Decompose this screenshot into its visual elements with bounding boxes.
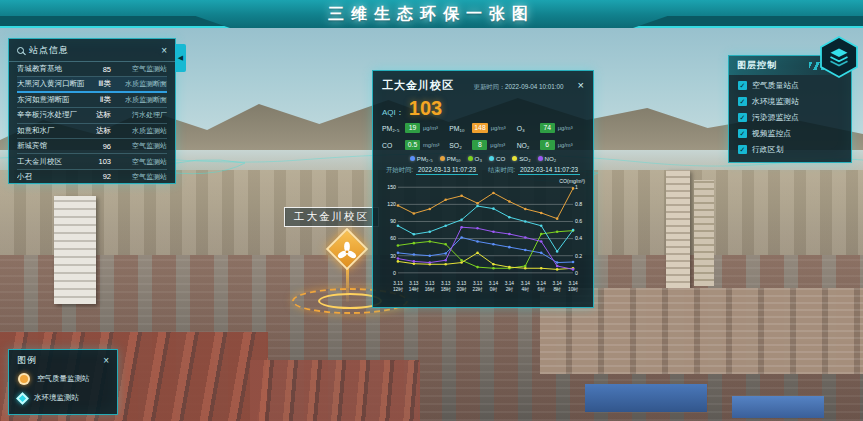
map-marker-label[interactable]: 工大金川校区 — [284, 207, 379, 227]
chart-legend-item[interactable]: O₃ — [468, 155, 482, 162]
svg-text:3.1320时: 3.1320时 — [457, 281, 467, 292]
layer-label: 行政区划 — [752, 144, 783, 155]
station-row[interactable]: 小召 92 空气监测站 — [17, 170, 167, 185]
station-name: 东河如意湖断面 — [17, 95, 87, 105]
legend-series-label: CO — [496, 155, 505, 162]
station-row[interactable]: 辛辛板污水处理厂 达标 污水处理厂 — [17, 108, 167, 123]
legend-series-label: SO₂ — [519, 155, 530, 162]
popup-close-icon[interactable]: × — [578, 80, 584, 91]
svg-text:CO(mg/m³): CO(mg/m³) — [559, 178, 585, 184]
station-value: 达标 — [91, 110, 111, 120]
pollutant-cell: PM₂.₅ 19 μg/m³ — [382, 123, 449, 133]
chart-legend-item[interactable]: SO₂ — [512, 155, 530, 162]
station-row[interactable]: 大黑河入黄河口断面 Ⅲ类 水质监测断面 — [17, 77, 167, 92]
pollutant-cell: PM₁₀ 148 μg/m³ — [449, 123, 516, 133]
svg-text:0.2: 0.2 — [575, 253, 582, 259]
pollutant-unit: mg/m³ — [423, 142, 439, 148]
station-type: 水质监测断面 — [115, 79, 167, 89]
layer-toggle-item[interactable]: ✓ 视频监控点 — [738, 128, 842, 139]
station-name: 小召 — [17, 172, 87, 182]
legend-dot-icon — [440, 156, 445, 161]
legend-dot-icon — [410, 156, 415, 161]
pollutant-label: SO₂ — [449, 142, 469, 149]
station-name: 辛辛板污水处理厂 — [17, 110, 87, 120]
update-time-value: 2022-09-04 10:01:00 — [505, 83, 563, 90]
layer-toggle-item[interactable]: ✓ 空气质量站点 — [738, 80, 842, 91]
pollutant-cell: NO₂ 6 μg/m³ — [517, 140, 584, 150]
legend-panel-close-icon[interactable]: × — [103, 356, 109, 366]
legend-item-label: 水环境监测站 — [34, 393, 79, 403]
svg-text:1: 1 — [575, 184, 578, 190]
station-type: 空气监测站 — [115, 157, 167, 167]
checkbox-checked-icon[interactable]: ✓ — [738, 145, 747, 154]
station-name: 新城宾馆 — [17, 141, 87, 151]
chart-legend-item[interactable]: CO — [489, 155, 505, 162]
layer-toggle-item[interactable]: ✓ 水环境监测站 — [738, 96, 842, 107]
svg-text:0.6: 0.6 — [575, 218, 582, 224]
legend-series-label: PM₂.₅ — [417, 155, 433, 162]
layer-toggle-item[interactable]: ✓ 污染源监控点 — [738, 112, 842, 123]
start-time-label: 开始时间: — [386, 166, 413, 175]
svg-text:3.144时: 3.144时 — [521, 281, 531, 292]
start-time-input[interactable]: 2022-03-13 11:07:23 — [416, 166, 478, 175]
checkbox-checked-icon[interactable]: ✓ — [738, 97, 747, 106]
svg-text:60: 60 — [390, 235, 396, 241]
pollutant-label: CO — [382, 142, 402, 149]
svg-text:3.1410时: 3.1410时 — [568, 281, 578, 292]
station-panel-title: 站点信息 — [29, 44, 69, 57]
app-window: 三维生态环保一张图 站点信息 × 青城教育基地 85 空气监测站 大黑河入黄河口… — [0, 0, 863, 421]
legend-series-label: PM₁₀ — [447, 155, 461, 162]
legend-item: 水环境监测站 — [18, 393, 108, 403]
pollutant-unit: μg/m³ — [491, 125, 506, 131]
layer-label: 水环境监测站 — [752, 96, 799, 107]
pollutant-label: PM₁₀ — [449, 125, 469, 132]
station-value: Ⅲ类 — [91, 79, 111, 89]
station-type: 空气监测站 — [115, 64, 167, 74]
chart-legend-item[interactable]: PM₂.₅ — [410, 155, 433, 162]
station-name: 工大金川校区 — [17, 157, 87, 167]
station-row[interactable]: 工大金川校区 103 空气监测站 — [17, 154, 167, 169]
layers-toggle-button[interactable] — [818, 36, 860, 78]
aqi-row: AQI： 103 — [382, 97, 584, 120]
search-icon[interactable] — [17, 47, 24, 54]
legend-item-label: 空气质量监测站 — [37, 374, 90, 384]
chart-legend: PM₂.₅ PM₁₀ O₃ CO SO₂ NO₂ — [382, 155, 584, 162]
legend-dot-icon — [512, 156, 517, 161]
station-value: 达标 — [91, 126, 111, 136]
top-title-bar: 三维生态环保一张图 — [0, 0, 863, 28]
panel-collapse-handle[interactable]: ◀ — [175, 44, 186, 72]
station-row[interactable]: 东河如意湖断面 Ⅱ类 水质监测断面 — [17, 93, 167, 108]
station-list: 青城教育基地 85 空气监测站 大黑河入黄河口断面 Ⅲ类 水质监测断面 东河如意… — [9, 62, 175, 185]
layer-toggle-item[interactable]: ✓ 行政区划 — [738, 144, 842, 155]
station-row[interactable]: 青城教育基地 85 空气监测站 — [17, 62, 167, 77]
svg-text:0: 0 — [575, 270, 578, 276]
checkbox-checked-icon[interactable]: ✓ — [738, 113, 747, 122]
aqi-label: AQI： — [382, 107, 404, 118]
popup-update-time: 更新时间：2022-09-04 10:01:00 — [474, 83, 564, 92]
svg-text:0.8: 0.8 — [575, 201, 582, 207]
pollutant-cell: CO 0.5 mg/m³ — [382, 140, 449, 150]
pollutant-value-badge: 8 — [472, 140, 487, 150]
collapse-arrow-icon: ◀ — [178, 54, 183, 62]
chart-legend-item[interactable]: NO₂ — [538, 155, 557, 162]
legend-dot-icon — [538, 156, 543, 161]
svg-text:3.1314时: 3.1314时 — [409, 281, 419, 292]
end-time-input[interactable]: 2022-03-14 11:07:23 — [518, 166, 580, 175]
station-panel-close-icon[interactable]: × — [161, 46, 167, 56]
station-panel-header: 站点信息 × — [9, 39, 175, 62]
checkbox-checked-icon[interactable]: ✓ — [738, 129, 747, 138]
pollutant-unit: μg/m³ — [558, 142, 573, 148]
legend-panel-title: 图例 — [17, 354, 37, 367]
chart-legend-item[interactable]: PM₁₀ — [440, 155, 461, 162]
legend-list: 空气质量监测站 水环境监测站 — [9, 370, 117, 406]
station-row[interactable]: 如意和水厂 达标 水质监测站 — [17, 124, 167, 139]
station-row[interactable]: 新城宾馆 96 空气监测站 — [17, 139, 167, 154]
svg-text:3.142时: 3.142时 — [505, 281, 515, 292]
station-type: 空气监测站 — [115, 172, 167, 182]
checkbox-checked-icon[interactable]: ✓ — [738, 81, 747, 90]
station-detail-popup: 工大金川校区 更新时间：2022-09-04 10:01:00 × AQI： 1… — [372, 70, 594, 308]
station-value: Ⅱ类 — [91, 95, 111, 105]
pollutant-value-badge: 6 — [540, 140, 555, 150]
legend-marker-icon — [18, 373, 30, 385]
pollutant-grid: PM₂.₅ 19 μg/m³ PM₁₀ 148 μg/m³ O₃ 74 μg/m… — [382, 123, 584, 150]
